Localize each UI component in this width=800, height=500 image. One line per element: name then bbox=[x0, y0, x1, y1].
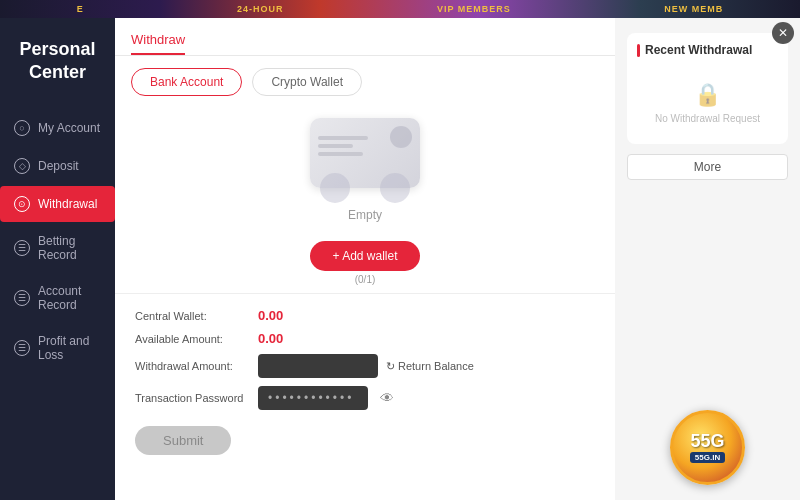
logo-circle: 55G 55G.IN bbox=[670, 410, 745, 485]
sidebar-item-withdrawal-label: Withdrawal bbox=[38, 197, 97, 211]
account-record-icon: ☰ bbox=[14, 290, 30, 306]
logo-area: 55G 55G.IN bbox=[627, 410, 788, 485]
more-button[interactable]: More bbox=[627, 154, 788, 180]
wallet-tabs: Bank Account Crypto Wallet bbox=[115, 56, 615, 108]
recent-withdrawal-title: Recent Withdrawal bbox=[637, 43, 778, 57]
available-amount-value: 0.00 bbox=[258, 331, 283, 346]
refresh-icon: ↻ bbox=[386, 360, 395, 373]
sidebar-item-my-account-label: My Account bbox=[38, 121, 100, 135]
transaction-password-label: Transaction Password bbox=[135, 392, 250, 404]
eye-icon[interactable]: 👁 bbox=[380, 390, 394, 406]
sidebar-title: Personal Center bbox=[0, 38, 115, 85]
available-amount-label: Available Amount: bbox=[135, 333, 250, 345]
withdrawal-amount-input[interactable] bbox=[258, 354, 378, 378]
withdrawal-amount-label: Withdrawal Amount: bbox=[135, 360, 250, 372]
withdrawal-icon: ⊙ bbox=[14, 196, 30, 212]
banner-text-4: NEW MEMB bbox=[664, 4, 723, 14]
betting-record-icon: ☰ bbox=[14, 240, 30, 256]
sidebar: Personal Center ○ My Account ◇ Deposit ⊙… bbox=[0, 18, 115, 500]
close-button[interactable]: ✕ bbox=[772, 22, 794, 44]
sidebar-item-account-record-label: Account Record bbox=[38, 284, 101, 312]
banner-text-3: VIP MEMBERS bbox=[437, 4, 511, 14]
card-lines bbox=[318, 136, 368, 156]
bank-account-tab[interactable]: Bank Account bbox=[131, 68, 242, 96]
deposit-icon: ◇ bbox=[14, 158, 30, 174]
card-shadow-left bbox=[320, 173, 350, 203]
sidebar-item-deposit[interactable]: ◇ Deposit bbox=[0, 148, 115, 184]
sidebar-item-betting-record-label: Betting Record bbox=[38, 234, 101, 262]
content-right: Recent Withdrawal 🔒 No Withdrawal Reques… bbox=[615, 18, 800, 500]
sidebar-item-deposit-label: Deposit bbox=[38, 159, 79, 173]
wallet-count: (0/1) bbox=[355, 274, 376, 285]
no-withdrawal-area: 🔒 No Withdrawal Request bbox=[637, 67, 778, 134]
transaction-password-input[interactable] bbox=[258, 386, 368, 410]
top-banner: E 24-HOUR VIP MEMBERS NEW MEMB bbox=[0, 0, 800, 18]
card-line-1 bbox=[318, 136, 368, 140]
card-line-3 bbox=[318, 152, 363, 156]
recent-withdrawal-label: Recent Withdrawal bbox=[645, 43, 752, 57]
withdraw-tab[interactable]: Withdraw bbox=[131, 26, 185, 55]
card-visual bbox=[310, 118, 420, 188]
return-balance-link[interactable]: ↻ Return Balance bbox=[386, 360, 474, 373]
transaction-password-row: Transaction Password 👁 bbox=[135, 386, 595, 410]
add-wallet-button[interactable]: + Add wallet bbox=[310, 241, 419, 271]
no-withdrawal-icon: 🔒 bbox=[694, 82, 721, 108]
divider bbox=[115, 293, 615, 294]
submit-button[interactable]: Submit bbox=[135, 426, 231, 455]
sidebar-item-betting-record[interactable]: ☰ Betting Record bbox=[0, 224, 115, 272]
card-area: Empty bbox=[115, 108, 615, 227]
logo-text-bottom: 55G.IN bbox=[690, 452, 725, 463]
central-wallet-label: Central Wallet: bbox=[135, 310, 250, 322]
return-balance-label: Return Balance bbox=[398, 360, 474, 372]
central-wallet-row: Central Wallet: 0.00 bbox=[135, 308, 595, 323]
card-line-2 bbox=[318, 144, 353, 148]
withdrawal-amount-row: Withdrawal Amount: ↻ Return Balance bbox=[135, 354, 595, 378]
sidebar-item-profit-loss[interactable]: ☰ Profit and Loss bbox=[0, 324, 115, 372]
sidebar-item-account-record[interactable]: ☰ Account Record bbox=[0, 274, 115, 322]
card-circle bbox=[390, 126, 412, 148]
sidebar-item-withdrawal[interactable]: ⊙ Withdrawal bbox=[0, 186, 115, 222]
my-account-icon: ○ bbox=[14, 120, 30, 136]
recent-withdrawal-panel: Recent Withdrawal 🔒 No Withdrawal Reques… bbox=[627, 33, 788, 144]
empty-label: Empty bbox=[348, 208, 382, 222]
sidebar-item-my-account[interactable]: ○ My Account bbox=[0, 110, 115, 146]
profit-loss-icon: ☰ bbox=[14, 340, 30, 356]
banner-text-2: 24-HOUR bbox=[237, 4, 284, 14]
available-amount-row: Available Amount: 0.00 bbox=[135, 331, 595, 346]
content-left: Withdraw Bank Account Crypto Wallet Empt… bbox=[115, 18, 615, 500]
central-wallet-value: 0.00 bbox=[258, 308, 283, 323]
crypto-wallet-tab[interactable]: Crypto Wallet bbox=[252, 68, 362, 96]
banner-text-1: E bbox=[77, 4, 84, 14]
no-withdrawal-text: No Withdrawal Request bbox=[655, 113, 760, 124]
sidebar-item-profit-loss-label: Profit and Loss bbox=[38, 334, 101, 362]
form-section: Central Wallet: 0.00 Available Amount: 0… bbox=[115, 298, 615, 500]
modal-panel: Withdraw Bank Account Crypto Wallet Empt… bbox=[115, 18, 800, 500]
tab-bar: Withdraw bbox=[115, 18, 615, 56]
card-shadow-right bbox=[380, 173, 410, 203]
logo-text-top: 55G bbox=[690, 432, 724, 450]
title-bar-accent bbox=[637, 44, 640, 57]
